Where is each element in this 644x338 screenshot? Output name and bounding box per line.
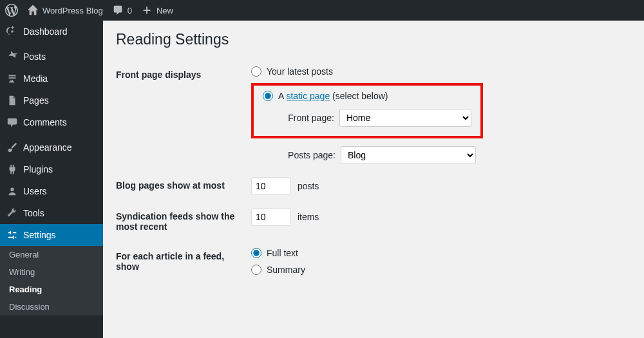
radio-summary-label: Summary [267,265,305,275]
front-page-select[interactable]: Home [339,109,471,127]
sidebar-item-settings[interactable]: Settings [0,224,103,246]
sidebar-item-appearance[interactable]: Appearance [0,136,103,158]
plus-icon [141,5,153,16]
settings-submenu: General Writing Reading Discussion [0,246,103,315]
posts-page-select[interactable]: Blog [341,146,476,164]
sidebar-item-users[interactable]: Users [0,180,103,202]
sidebar-item-posts[interactable]: Posts [0,46,103,68]
static-page-link[interactable]: static page [286,91,330,101]
media-icon [6,73,18,84]
radio-full-text-label: Full text [267,248,298,258]
pages-icon [6,95,18,106]
blog-pages-label: Blog pages show at most [116,171,245,202]
sidebar-item-tools[interactable]: Tools [0,202,103,224]
radio-latest-posts[interactable] [251,66,261,77]
users-icon [6,185,18,197]
radio-static-page[interactable] [263,91,273,101]
brush-icon [6,142,18,153]
wp-logo-icon[interactable] [5,4,18,17]
sidebar-item-dashboard[interactable]: Dashboard [0,21,103,42]
submenu-item-general[interactable]: General [0,246,103,263]
comments-link[interactable]: 0 [112,5,132,16]
admin-sidebar: Dashboard Posts Media Pages Comments App… [0,21,103,338]
submenu-item-writing[interactable]: Writing [0,263,103,281]
comments-icon [6,117,18,128]
submenu-item-discussion[interactable]: Discussion [0,298,103,315]
sidebar-item-plugins[interactable]: Plugins [0,158,103,180]
comment-count: 0 [128,6,132,15]
plugin-icon [6,164,18,175]
front-page-displays-label: Front page displays [116,60,245,171]
radio-summary[interactable] [251,265,261,275]
sliders-icon [6,229,18,241]
highlight-box: A static page (select below) Front page:… [251,83,483,138]
radio-static-page-label: A static page (select below) [278,91,388,101]
feed-format-label: For each article in a feed, show [116,241,245,288]
content-area: Reading Settings Front page displays You… [103,21,644,338]
posts-per-page-input[interactable] [251,177,291,195]
site-home-link[interactable]: WordPress Blog [27,5,103,16]
pin-icon [6,51,18,62]
posts-page-select-label: Posts page: [281,150,336,160]
dashboard-icon [6,26,18,37]
front-page-select-label: Front page: [281,113,334,123]
admin-toolbar: WordPress Blog 0 New [0,0,644,21]
radio-full-text[interactable] [251,248,261,258]
items-unit-label: items [298,212,319,222]
posts-unit-label: posts [298,181,319,191]
new-label: New [156,6,173,15]
sidebar-item-media[interactable]: Media [0,68,103,89]
syndication-input[interactable] [251,208,291,226]
sidebar-item-comments[interactable]: Comments [0,111,103,133]
syndication-label: Syndication feeds show the most recent [116,202,245,241]
sidebar-item-pages[interactable]: Pages [0,89,103,111]
wrench-icon [6,207,18,219]
comment-icon [112,5,124,16]
site-title: WordPress Blog [43,6,103,15]
submenu-item-reading[interactable]: Reading [0,281,103,298]
page-title: Reading Settings [116,31,631,48]
radio-latest-posts-label: Your latest posts [267,66,333,77]
new-content-link[interactable]: New [141,5,173,16]
home-icon [27,5,39,16]
